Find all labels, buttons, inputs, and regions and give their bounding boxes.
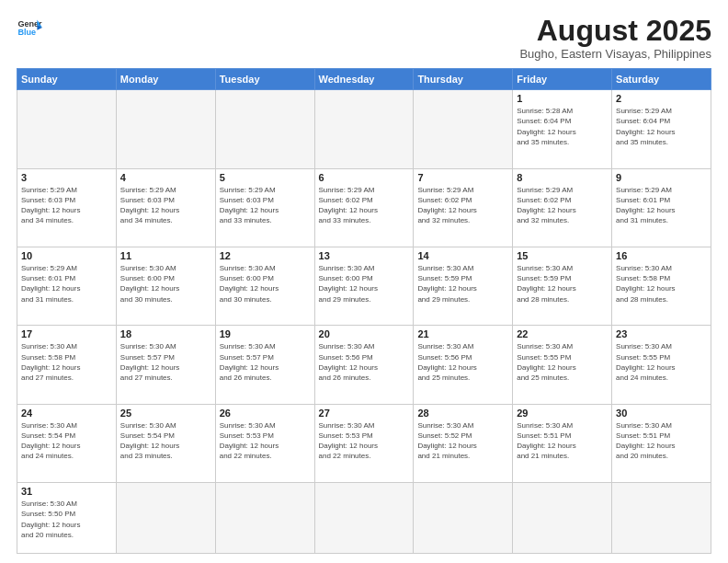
day-info: Sunrise: 5:30 AMSunset: 5:54 PMDaylight:… xyxy=(21,420,112,462)
day-number: 10 xyxy=(21,250,112,261)
day-number: 27 xyxy=(319,408,410,419)
day-number: 20 xyxy=(319,328,410,339)
table-row xyxy=(414,90,513,168)
day-number: 16 xyxy=(616,250,707,261)
day-number: 11 xyxy=(120,250,211,261)
day-info: Sunrise: 5:29 AMSunset: 6:01 PMDaylight:… xyxy=(616,185,707,226)
month-title: August 2025 xyxy=(519,15,711,47)
day-number: 13 xyxy=(319,250,410,261)
day-info: Sunrise: 5:30 AMSunset: 5:59 PMDaylight:… xyxy=(417,263,508,304)
table-row: 25Sunrise: 5:30 AMSunset: 5:54 PMDayligh… xyxy=(116,404,215,482)
col-friday: Friday xyxy=(513,69,612,90)
day-number: 19 xyxy=(220,328,311,339)
day-number: 5 xyxy=(220,172,311,183)
header: General Blue August 2025 Bugho, Eastern … xyxy=(17,15,711,61)
table-row: 8Sunrise: 5:29 AMSunset: 6:02 PMDaylight… xyxy=(513,168,612,247)
day-info: Sunrise: 5:30 AMSunset: 5:56 PMDaylight:… xyxy=(319,341,410,383)
table-row: 16Sunrise: 5:30 AMSunset: 5:58 PMDayligh… xyxy=(612,247,711,326)
day-number: 17 xyxy=(21,328,112,339)
day-number: 8 xyxy=(517,172,608,183)
calendar-week-row: 10Sunrise: 5:29 AMSunset: 6:01 PMDayligh… xyxy=(17,247,711,326)
table-row: 31Sunrise: 5:30 AMSunset: 5:50 PMDayligh… xyxy=(17,483,117,554)
day-number: 18 xyxy=(120,328,211,339)
day-info: Sunrise: 5:30 AMSunset: 5:52 PMDaylight:… xyxy=(417,420,508,462)
table-row xyxy=(116,483,215,554)
table-row: 29Sunrise: 5:30 AMSunset: 5:51 PMDayligh… xyxy=(513,404,612,482)
day-info: Sunrise: 5:29 AMSunset: 6:02 PMDaylight:… xyxy=(319,185,410,226)
day-number: 9 xyxy=(616,172,707,183)
day-info: Sunrise: 5:30 AMSunset: 5:53 PMDaylight:… xyxy=(319,420,410,462)
day-number: 29 xyxy=(517,408,608,419)
table-row: 18Sunrise: 5:30 AMSunset: 5:57 PMDayligh… xyxy=(116,326,215,404)
day-info: Sunrise: 5:28 AMSunset: 6:04 PMDaylight:… xyxy=(517,106,608,147)
day-info: Sunrise: 5:30 AMSunset: 5:58 PMDaylight:… xyxy=(21,341,112,383)
day-info: Sunrise: 5:30 AMSunset: 5:57 PMDaylight:… xyxy=(120,341,211,383)
day-number: 23 xyxy=(616,328,707,339)
subtitle: Bugho, Eastern Visayas, Philippines xyxy=(519,47,711,61)
table-row xyxy=(414,483,513,554)
table-row xyxy=(612,483,711,554)
day-info: Sunrise: 5:29 AMSunset: 6:03 PMDaylight:… xyxy=(120,185,211,226)
table-row: 1Sunrise: 5:28 AMSunset: 6:04 PMDaylight… xyxy=(513,90,612,168)
calendar-table: Sunday Monday Tuesday Wednesday Thursday… xyxy=(17,68,711,554)
day-number: 25 xyxy=(120,408,211,419)
day-info: Sunrise: 5:30 AMSunset: 6:00 PMDaylight:… xyxy=(220,263,311,304)
table-row: 21Sunrise: 5:30 AMSunset: 5:56 PMDayligh… xyxy=(414,326,513,404)
table-row: 22Sunrise: 5:30 AMSunset: 5:55 PMDayligh… xyxy=(513,326,612,404)
day-number: 14 xyxy=(417,250,508,261)
day-number: 22 xyxy=(517,328,608,339)
day-number: 2 xyxy=(616,93,707,104)
day-info: Sunrise: 5:30 AMSunset: 5:51 PMDaylight:… xyxy=(616,420,707,462)
generalblue-logo-icon: General Blue xyxy=(17,15,42,40)
col-tuesday: Tuesday xyxy=(215,69,314,90)
day-info: Sunrise: 5:29 AMSunset: 6:04 PMDaylight:… xyxy=(616,106,707,147)
table-row: 2Sunrise: 5:29 AMSunset: 6:04 PMDaylight… xyxy=(612,90,711,168)
day-number: 24 xyxy=(21,408,112,419)
day-info: Sunrise: 5:30 AMSunset: 6:00 PMDaylight:… xyxy=(319,263,410,304)
day-info: Sunrise: 5:30 AMSunset: 5:55 PMDaylight:… xyxy=(616,341,707,383)
svg-text:Blue: Blue xyxy=(17,28,36,37)
page: General Blue August 2025 Bugho, Eastern … xyxy=(0,0,728,563)
calendar-header-row: Sunday Monday Tuesday Wednesday Thursday… xyxy=(17,69,711,90)
day-info: Sunrise: 5:29 AMSunset: 6:03 PMDaylight:… xyxy=(21,185,112,226)
calendar-week-row: 3Sunrise: 5:29 AMSunset: 6:03 PMDaylight… xyxy=(17,168,711,247)
table-row xyxy=(116,90,215,168)
day-number: 4 xyxy=(120,172,211,183)
table-row: 15Sunrise: 5:30 AMSunset: 5:59 PMDayligh… xyxy=(513,247,612,326)
table-row: 7Sunrise: 5:29 AMSunset: 6:02 PMDaylight… xyxy=(414,168,513,247)
col-thursday: Thursday xyxy=(414,69,513,90)
table-row xyxy=(314,90,414,168)
table-row xyxy=(215,90,314,168)
day-info: Sunrise: 5:30 AMSunset: 5:57 PMDaylight:… xyxy=(220,341,311,383)
table-row: 9Sunrise: 5:29 AMSunset: 6:01 PMDaylight… xyxy=(612,168,711,247)
day-number: 1 xyxy=(517,93,608,104)
day-number: 21 xyxy=(417,328,508,339)
calendar-week-row: 17Sunrise: 5:30 AMSunset: 5:58 PMDayligh… xyxy=(17,326,711,404)
calendar-week-row: 1Sunrise: 5:28 AMSunset: 6:04 PMDaylight… xyxy=(17,90,711,168)
day-number: 28 xyxy=(417,408,508,419)
day-number: 7 xyxy=(417,172,508,183)
day-info: Sunrise: 5:30 AMSunset: 5:58 PMDaylight:… xyxy=(616,263,707,304)
table-row xyxy=(215,483,314,554)
table-row: 3Sunrise: 5:29 AMSunset: 6:03 PMDaylight… xyxy=(17,168,117,247)
day-info: Sunrise: 5:30 AMSunset: 5:59 PMDaylight:… xyxy=(517,263,608,304)
table-row: 19Sunrise: 5:30 AMSunset: 5:57 PMDayligh… xyxy=(215,326,314,404)
calendar-week-row: 24Sunrise: 5:30 AMSunset: 5:54 PMDayligh… xyxy=(17,404,711,482)
day-info: Sunrise: 5:30 AMSunset: 6:00 PMDaylight:… xyxy=(120,263,211,304)
table-row: 17Sunrise: 5:30 AMSunset: 5:58 PMDayligh… xyxy=(17,326,117,404)
day-info: Sunrise: 5:30 AMSunset: 5:53 PMDaylight:… xyxy=(220,420,311,462)
table-row: 4Sunrise: 5:29 AMSunset: 6:03 PMDaylight… xyxy=(116,168,215,247)
table-row xyxy=(513,483,612,554)
logo: General Blue xyxy=(17,15,42,40)
day-number: 15 xyxy=(517,250,608,261)
col-saturday: Saturday xyxy=(612,69,711,90)
day-number: 31 xyxy=(21,486,112,497)
table-row: 30Sunrise: 5:30 AMSunset: 5:51 PMDayligh… xyxy=(612,404,711,482)
table-row: 23Sunrise: 5:30 AMSunset: 5:55 PMDayligh… xyxy=(612,326,711,404)
table-row: 11Sunrise: 5:30 AMSunset: 6:00 PMDayligh… xyxy=(116,247,215,326)
col-monday: Monday xyxy=(116,69,215,90)
table-row: 5Sunrise: 5:29 AMSunset: 6:03 PMDaylight… xyxy=(215,168,314,247)
table-row: 24Sunrise: 5:30 AMSunset: 5:54 PMDayligh… xyxy=(17,404,117,482)
col-wednesday: Wednesday xyxy=(314,69,414,90)
calendar-week-row: 31Sunrise: 5:30 AMSunset: 5:50 PMDayligh… xyxy=(17,483,711,554)
